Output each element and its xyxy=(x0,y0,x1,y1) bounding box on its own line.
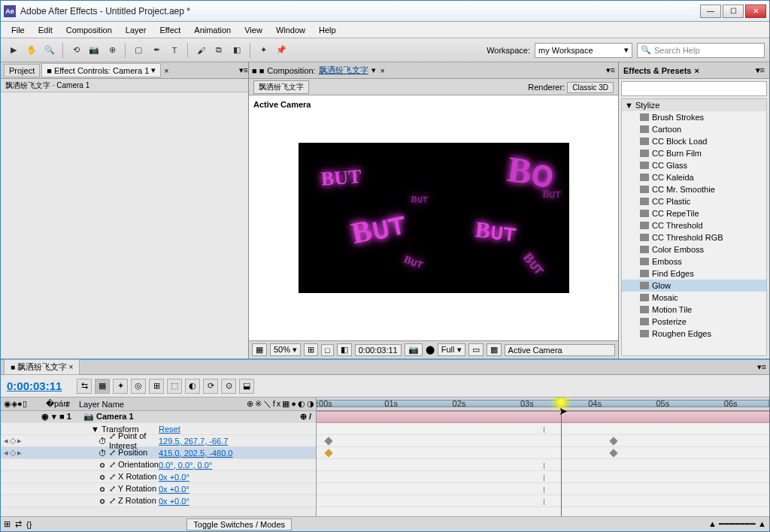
tl-tool-4[interactable]: ◎ xyxy=(131,379,146,394)
snapshot-icon[interactable]: 📷 xyxy=(405,343,423,356)
next-kf-icon[interactable]: ▸ xyxy=(17,448,22,458)
toggle-switches-button[interactable]: Toggle Switches / Modes xyxy=(186,518,292,530)
workspace-select[interactable]: my Workspace ▾ xyxy=(535,43,632,58)
transparency-icon[interactable]: ▩ xyxy=(487,343,502,356)
hand-tool[interactable]: ✋ xyxy=(23,42,40,59)
zoom-tool[interactable]: 🔍 xyxy=(41,42,58,59)
property-track[interactable] xyxy=(317,435,769,447)
effect-item[interactable]: Brush Strokes xyxy=(622,111,766,123)
resolution-icon[interactable]: ⊞ xyxy=(304,343,318,356)
effects-search-input[interactable] xyxy=(621,81,767,96)
menu-composition[interactable]: Composition xyxy=(60,24,118,36)
keyframe-icon[interactable] xyxy=(324,449,332,457)
roto-tool[interactable]: ✦ xyxy=(255,42,271,59)
chevron-down-icon[interactable]: ▾ xyxy=(371,65,376,75)
close-tab-icon[interactable]: × xyxy=(164,66,168,75)
effects-list[interactable]: ▼ Stylize Brush StrokesCartoonCC Block L… xyxy=(621,98,767,356)
keyframe-icon[interactable] xyxy=(324,437,332,445)
property-track[interactable]: I xyxy=(317,495,769,507)
selection-tool[interactable]: ▶ xyxy=(5,42,22,59)
resolution-select[interactable]: Full ▾ xyxy=(438,343,465,356)
keyframe-icon[interactable] xyxy=(610,437,618,445)
effect-item[interactable]: CC Mr. Smoothie xyxy=(622,183,766,195)
property-track[interactable]: I xyxy=(317,459,769,471)
property-value[interactable]: 415.0, 202.5, -480.0 xyxy=(159,449,232,458)
composition-name[interactable]: 飘洒纷飞文字 xyxy=(319,65,368,76)
effect-item[interactable]: CC Burn Film xyxy=(622,147,766,159)
tl-tool-3[interactable]: ✦ xyxy=(113,379,128,394)
tl-tool-2[interactable]: ▦ xyxy=(95,379,110,394)
panel-menu-icon[interactable]: ▾≡ xyxy=(606,65,615,75)
tl-tool-8[interactable]: ⟳ xyxy=(203,379,218,394)
close-button[interactable]: ✕ xyxy=(745,5,766,18)
property-row[interactable]: ⭘ ⤢ Y Rotation0x +0.0° xyxy=(1,483,316,495)
current-timecode[interactable]: 0:00:03:11 xyxy=(7,379,62,392)
close-tab-icon[interactable]: × xyxy=(380,66,385,75)
property-track[interactable]: I xyxy=(317,483,769,495)
stopwatch-icon[interactable]: ⭘ xyxy=(99,461,107,470)
next-kf-icon[interactable]: ▸ xyxy=(17,436,22,446)
effect-item[interactable]: Motion Tile xyxy=(622,304,766,316)
effect-category[interactable]: ▼ Stylize xyxy=(622,99,766,111)
stopwatch-icon[interactable]: ⏱ xyxy=(99,437,107,446)
property-value[interactable]: 0x +0.0° xyxy=(159,497,189,506)
panel-menu-icon[interactable]: ▾≡ xyxy=(757,362,766,372)
menu-layer[interactable]: Layer xyxy=(120,24,153,36)
stopwatch-icon[interactable]: ⭘ xyxy=(99,497,107,506)
property-row[interactable]: ◂◇▸⏱ ⤢ Position415.0, 202.5, -480.0 xyxy=(1,447,316,459)
mask-icon[interactable]: ◧ xyxy=(337,343,352,356)
menu-file[interactable]: File xyxy=(5,24,31,36)
grid-icon[interactable]: ▦ xyxy=(252,343,267,356)
tl-footer-icon-2[interactable]: ⇄ xyxy=(15,519,22,529)
add-kf-icon[interactable]: ◇ xyxy=(10,436,16,446)
stopwatch-icon[interactable]: ⏱ xyxy=(99,449,107,458)
tl-footer-icon-1[interactable]: ⊞ xyxy=(4,519,11,529)
maximize-button[interactable]: ☐ xyxy=(723,5,744,18)
tl-tool-5[interactable]: ⊞ xyxy=(149,379,164,394)
time-ruler[interactable]: :00s01s02s03s04s05s06s xyxy=(317,397,769,411)
rectangle-tool[interactable]: ▢ xyxy=(130,42,147,59)
property-value[interactable]: 0x +0.0° xyxy=(159,485,189,494)
stopwatch-icon[interactable]: ⭘ xyxy=(99,485,107,494)
property-row[interactable]: ⭘ ⤢ Orientation0.0°, 0.0°, 0.0° xyxy=(1,459,316,471)
keyframe-icon[interactable] xyxy=(610,449,618,457)
menu-view[interactable]: View xyxy=(238,24,268,36)
tl-tool-7[interactable]: ◐ xyxy=(185,379,200,394)
panel-menu-icon[interactable]: ▾≡ xyxy=(239,65,248,75)
brush-tool[interactable]: 🖌 xyxy=(192,42,209,59)
property-track[interactable] xyxy=(317,447,769,459)
rotation-tool[interactable]: ⟲ xyxy=(68,42,84,59)
property-value[interactable]: 0.0°, 0.0°, 0.0° xyxy=(159,461,212,470)
minimize-button[interactable]: — xyxy=(700,5,721,18)
effect-item[interactable]: Mosaic xyxy=(622,292,766,304)
tab-effect-controls[interactable]: ■ Effect Controls: Camera 1 ▾ xyxy=(41,63,161,77)
search-help[interactable]: 🔍 Search Help xyxy=(637,43,765,58)
tl-tool-6[interactable]: ⬚ xyxy=(167,379,182,394)
zoom-select[interactable]: 50% ▾ xyxy=(270,343,301,356)
property-value[interactable]: 0x +0.0° xyxy=(159,473,189,482)
reset-link[interactable]: Reset xyxy=(159,425,180,434)
type-tool[interactable]: T xyxy=(166,42,183,59)
effect-item[interactable]: CC Glass xyxy=(622,159,766,171)
eraser-tool[interactable]: ◧ xyxy=(229,42,245,59)
effect-item[interactable]: CC Block Load xyxy=(622,135,766,147)
menu-effect[interactable]: Effect xyxy=(153,24,186,36)
tl-tool-9[interactable]: ⊙ xyxy=(221,379,236,394)
camera-select[interactable]: Active Camera xyxy=(505,344,615,356)
renderer-select[interactable]: Classic 3D xyxy=(567,82,614,93)
composition-viewer[interactable]: Active Camera BUT Bᴏ Bᴜᴛ Bᴜᴛ Bᴜᴛ Bᴜᴛ Bᴜᴛ… xyxy=(249,95,618,340)
camera-tool[interactable]: 📷 xyxy=(86,42,102,59)
layer-duration-bar[interactable] xyxy=(317,411,769,423)
property-row[interactable]: ⭘ ⤢ X Rotation0x +0.0° xyxy=(1,471,316,483)
pan-behind-tool[interactable]: ⊕ xyxy=(104,42,120,59)
prev-kf-icon[interactable]: ◂ xyxy=(4,436,8,446)
timeline-tab[interactable]: ■ 飘洒纷飞文字 × xyxy=(4,359,80,375)
add-kf-icon[interactable]: ◇ xyxy=(10,448,16,458)
effect-item[interactable]: Roughen Edges xyxy=(622,328,766,340)
effect-item[interactable]: Find Edges xyxy=(622,268,766,280)
puppet-tool[interactable]: 📌 xyxy=(273,42,290,59)
view-layout-icon[interactable]: ▭ xyxy=(468,343,484,356)
clone-tool[interactable]: ⧉ xyxy=(211,42,227,59)
pen-tool[interactable]: ✒ xyxy=(148,42,165,59)
time-display[interactable]: 0:00:03:11 xyxy=(355,344,402,356)
